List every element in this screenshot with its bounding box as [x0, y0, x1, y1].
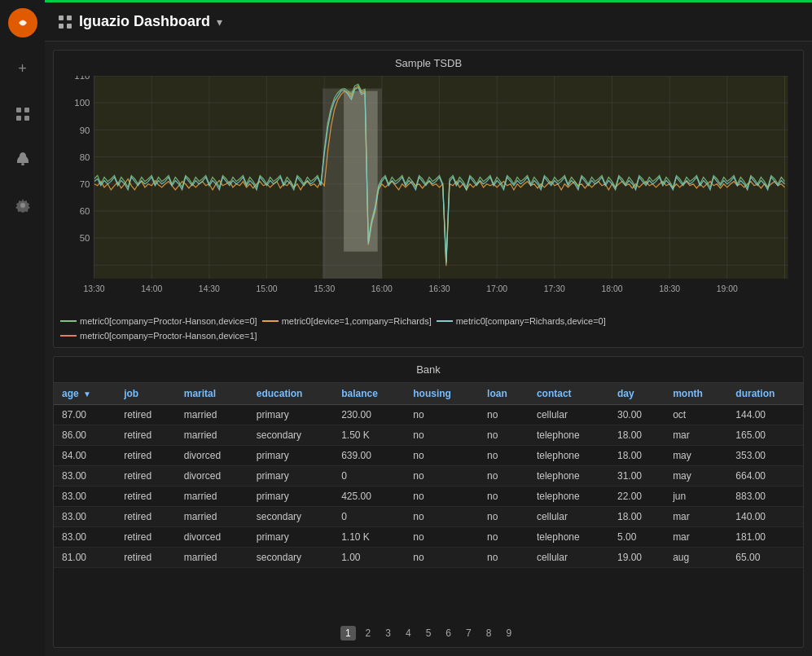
- col-loan[interactable]: loan: [479, 383, 529, 405]
- col-job[interactable]: job: [116, 383, 176, 405]
- table-cell: primary: [248, 466, 333, 486]
- table-body: 87.00retiredmarriedprimary230.00nonocell…: [54, 405, 803, 568]
- svg-rect-4: [24, 116, 29, 121]
- table-cell: 230.00: [333, 405, 405, 425]
- title-caret[interactable]: ▾: [217, 15, 222, 29]
- dashboard-icon[interactable]: [8, 99, 37, 129]
- svg-text:90: 90: [80, 125, 90, 135]
- table-cell: no: [479, 466, 529, 486]
- grid-icon: [58, 15, 72, 29]
- svg-text:18:00: 18:00: [601, 284, 622, 293]
- svg-text:17:00: 17:00: [486, 284, 507, 293]
- svg-rect-10: [67, 24, 72, 29]
- table-cell: mar: [665, 507, 727, 527]
- table-cell: 86.00: [54, 425, 116, 446]
- table-cell: retired: [116, 486, 176, 507]
- svg-text:60: 60: [80, 206, 90, 216]
- svg-text:14:30: 14:30: [199, 284, 220, 293]
- table-cell: secondary: [248, 425, 333, 446]
- page-5[interactable]: 5: [421, 626, 437, 641]
- app-logo: [8, 8, 37, 37]
- table-cell: 83.00: [54, 527, 116, 548]
- col-month[interactable]: month: [665, 383, 727, 405]
- table-cell: 664.00: [727, 466, 803, 486]
- col-day[interactable]: day: [609, 383, 665, 405]
- svg-text:15:30: 15:30: [314, 284, 335, 293]
- table-cell: 353.00: [727, 446, 803, 466]
- page-6[interactable]: 6: [441, 626, 456, 641]
- gear-icon[interactable]: [8, 191, 37, 220]
- table-cell: 19.00: [609, 548, 665, 568]
- dashboard-title: Iguazio Dashboard: [79, 13, 210, 30]
- table-cell: 18.00: [609, 507, 665, 527]
- col-balance[interactable]: balance: [333, 383, 405, 405]
- svg-rect-54: [344, 91, 378, 252]
- table-cell: married: [176, 507, 248, 527]
- table-cell: mar: [665, 425, 727, 446]
- legend-label-red: metric0[company=Proctor-Hanson,device=1]: [80, 331, 257, 341]
- bell-icon[interactable]: [8, 145, 37, 174]
- svg-text:17:30: 17:30: [544, 284, 565, 293]
- table-cell: no: [405, 486, 479, 507]
- page-1[interactable]: 1: [340, 626, 356, 641]
- table-cell: no: [405, 466, 479, 486]
- table-row: 83.00retiredmarriedprimary425.00nonotele…: [54, 486, 803, 507]
- table-cell: no: [479, 425, 529, 446]
- add-icon[interactable]: +: [8, 54, 37, 83]
- legend-item-green: metric0[company=Proctor-Hanson,device=0]: [60, 316, 257, 326]
- svg-rect-12: [94, 76, 788, 279]
- table-cell: retired: [116, 405, 176, 425]
- svg-text:50: 50: [80, 233, 90, 243]
- table-cell: 81.00: [54, 548, 116, 568]
- col-contact[interactable]: contact: [529, 383, 609, 405]
- table-cell: jun: [665, 486, 727, 507]
- legend-color-teal: [437, 320, 453, 322]
- col-age[interactable]: age ▼: [54, 383, 116, 405]
- pagination: 1 2 3 4 5 6 7 8 9: [54, 619, 803, 647]
- table-cell: telephone: [529, 527, 609, 548]
- table-cell: no: [405, 405, 479, 425]
- table-cell: retired: [116, 507, 176, 527]
- table-row: 81.00retiredmarriedsecondary1.00nonocell…: [54, 548, 803, 568]
- table-cell: telephone: [529, 486, 609, 507]
- page-8[interactable]: 8: [481, 626, 497, 641]
- table-cell: no: [479, 507, 529, 527]
- table-cell: 140.00: [727, 507, 803, 527]
- table-cell: 639.00: [333, 446, 405, 466]
- table-cell: primary: [248, 527, 333, 548]
- svg-rect-7: [59, 15, 64, 20]
- table-cell: 30.00: [609, 405, 665, 425]
- table-cell: 144.00: [727, 405, 803, 425]
- col-education[interactable]: education: [248, 383, 333, 405]
- chart-legend: metric0[company=Proctor-Hanson,device=0]…: [54, 313, 803, 347]
- col-housing[interactable]: housing: [405, 383, 479, 405]
- table-cell: oct: [665, 405, 727, 425]
- page-4[interactable]: 4: [401, 626, 416, 641]
- col-marital[interactable]: marital: [176, 383, 248, 405]
- table-wrapper[interactable]: age ▼ job marital education balance hous…: [54, 383, 803, 619]
- table-row: 83.00retiredmarriedsecondary0nonocellula…: [54, 507, 803, 527]
- table-cell: married: [176, 486, 248, 507]
- table-cell: retired: [116, 446, 176, 466]
- table-cell: 83.00: [54, 486, 116, 507]
- table-cell: no: [479, 486, 529, 507]
- content-area: Sample TSDB: [45, 42, 812, 656]
- page-7[interactable]: 7: [461, 626, 476, 641]
- page-9[interactable]: 9: [501, 626, 516, 641]
- page-3[interactable]: 3: [380, 626, 396, 641]
- col-duration[interactable]: duration: [727, 383, 803, 405]
- table-cell: telephone: [529, 466, 609, 486]
- legend-item-orange: metric0[device=1,company=Richards]: [262, 316, 432, 326]
- legend-item-teal: metric0[company=Richards,device=0]: [437, 316, 606, 326]
- table-cell: 83.00: [54, 507, 116, 527]
- legend-label-green: metric0[company=Proctor-Hanson,device=0]: [80, 316, 257, 326]
- svg-rect-9: [59, 24, 64, 29]
- main-content: Iguazio Dashboard ▾ Sample TSDB: [45, 0, 812, 656]
- table-cell: no: [405, 527, 479, 548]
- table-cell: 0: [333, 507, 405, 527]
- table-cell: retired: [116, 466, 176, 486]
- page-2[interactable]: 2: [361, 626, 376, 641]
- table-cell: 65.00: [727, 548, 803, 568]
- table-header-row: age ▼ job marital education balance hous…: [54, 383, 803, 405]
- tsdb-chart: 110 100 90 80 70 60 50: [60, 76, 797, 304]
